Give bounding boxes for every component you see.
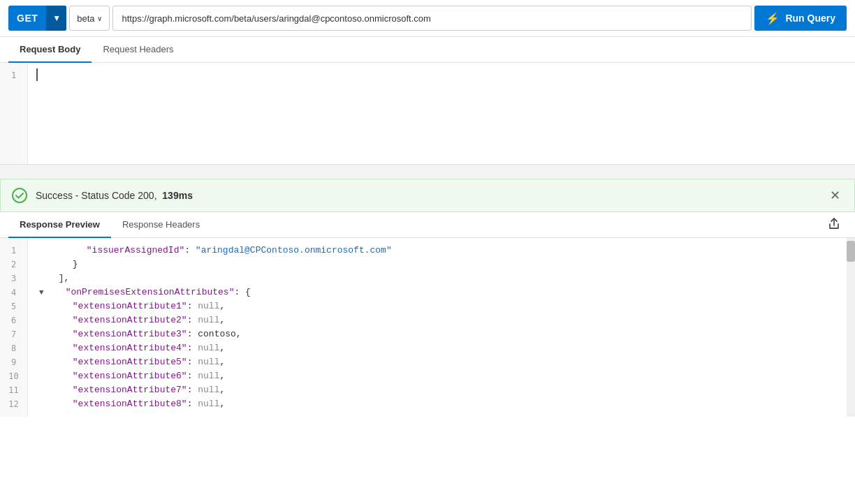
json-line: "extensionAttribute6": null, xyxy=(39,369,835,383)
code-editor[interactable] xyxy=(28,63,855,164)
json-line: "extensionAttribute3": contoso, xyxy=(39,327,835,341)
request-body-editor: 1 xyxy=(0,63,855,165)
json-line: ], xyxy=(39,272,835,286)
request-tabs: Request Body Request Headers xyxy=(0,37,855,63)
cursor xyxy=(36,68,38,81)
url-input[interactable]: https://graph.microsoft.com/beta/users/a… xyxy=(112,6,752,31)
tab-request-headers[interactable]: Request Headers xyxy=(92,37,184,63)
response-line-numbers: 1 2 3 4 5 6 7 8 9 10 11 12 xyxy=(0,238,28,417)
method-dropdown-button[interactable]: ▼ xyxy=(46,6,66,31)
json-line: "extensionAttribute7": null, xyxy=(39,383,835,397)
json-line: "extensionAttribute5": null, xyxy=(39,355,835,369)
scroll-thumb[interactable] xyxy=(847,241,855,262)
status-success-icon xyxy=(12,188,27,203)
share-button[interactable] xyxy=(821,214,847,237)
spacer xyxy=(0,165,855,179)
run-query-button[interactable]: ⚡ Run Query xyxy=(754,6,847,31)
json-line: ▼ "onPremisesExtensionAttributes": { xyxy=(39,286,835,299)
status-close-button[interactable]: ✕ xyxy=(827,188,843,203)
scrollbar[interactable] xyxy=(847,238,855,417)
method-dropdown-arrow: ▼ xyxy=(52,13,61,23)
tab-response-preview[interactable]: Response Preview xyxy=(8,212,111,238)
json-line: "extensionAttribute1": null, xyxy=(39,299,835,313)
status-time: 139ms xyxy=(162,190,193,201)
status-bar: Success - Status Code 200, 139ms ✕ xyxy=(0,179,855,212)
method-label: GET xyxy=(8,13,46,24)
line-numbers: 1 xyxy=(0,63,28,164)
svg-point-0 xyxy=(13,188,27,202)
version-selector[interactable]: beta ∨ xyxy=(69,6,110,31)
response-area: 1 2 3 4 5 6 7 8 9 10 11 12 "issuerAssign… xyxy=(0,238,855,417)
lightning-icon: ⚡ xyxy=(766,12,780,25)
response-code-view[interactable]: "issuerAssignedId": "aringdal@CPContoso.… xyxy=(28,238,847,417)
version-chevron: ∨ xyxy=(97,15,102,22)
json-line: "issuerAssignedId": "aringdal@CPContoso.… xyxy=(39,244,835,258)
share-icon xyxy=(827,216,841,230)
status-text: Success - Status Code 200, 139ms xyxy=(36,190,819,201)
version-label: beta xyxy=(77,13,94,24)
json-line: "extensionAttribute8": null, xyxy=(39,397,835,411)
json-line: "extensionAttribute2": null, xyxy=(39,313,835,327)
top-bar: GET ▼ beta ∨ https://graph.microsoft.com… xyxy=(0,0,855,37)
method-group: GET ▼ xyxy=(8,6,66,31)
tab-request-body[interactable]: Request Body xyxy=(8,37,92,63)
json-line: "extensionAttribute4": null, xyxy=(39,341,835,355)
run-query-label: Run Query xyxy=(785,13,835,24)
tab-response-headers[interactable]: Response Headers xyxy=(111,212,211,238)
response-tabs: Response Preview Response Headers xyxy=(8,212,821,237)
json-line: } xyxy=(39,258,835,272)
collapse-arrow[interactable]: ▼ xyxy=(39,286,48,299)
response-tabs-row: Response Preview Response Headers xyxy=(0,212,855,238)
